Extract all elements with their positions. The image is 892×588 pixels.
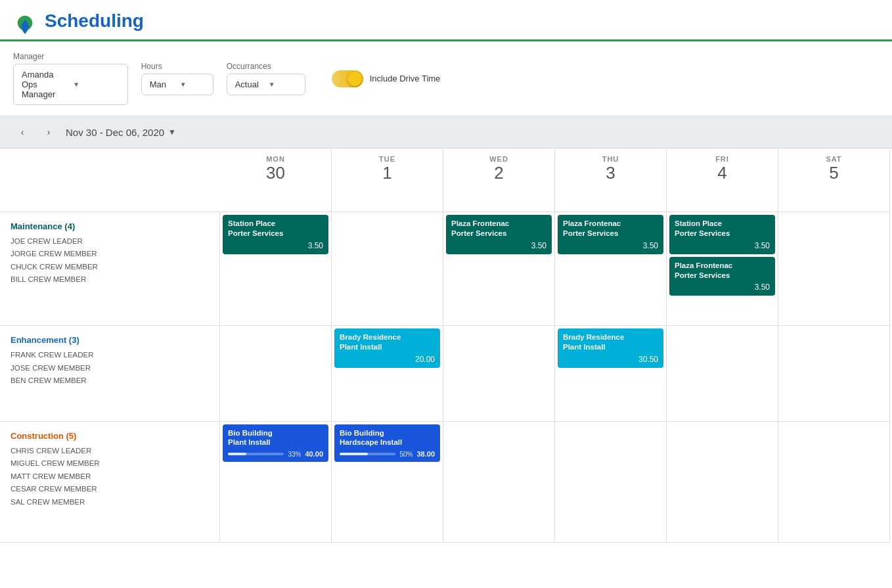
occurrances-value: Actual [235,79,263,89]
header: Scheduling [0,0,892,41]
toggle-knob [347,72,362,86]
date-range-chevron-icon: ▼ [168,127,176,137]
crew-member: JOSE CREW MEMBER [11,362,209,375]
crew-label-maintenance: Maintenance (4)JOE CREW LEADERJORGE CREW… [0,212,220,326]
crew-member: CESAR CREW MEMBER [11,483,209,496]
day-header-wed: WED2 [443,148,555,212]
event-card[interactable]: Bio BuildingHardscape Install 50% 38.00 [334,424,440,463]
crew-member: BILL CREW MEMBER [11,273,209,286]
event-hours: 3.50 [675,241,770,250]
event-title: Bio BuildingHardscape Install [340,428,435,448]
day-cell-construction-0: Bio BuildingPlant Install 33% 40.00 [220,422,332,543]
date-range-text: Nov 30 - Dec 06, 2020 [66,127,164,138]
manager-value: Amanda Ops Manager [22,70,68,99]
dom-label: 1 [332,163,443,183]
crew-type: Maintenance (4) [11,221,209,231]
dow-label: FRI [667,155,778,163]
toolbar: Manager Amanda Ops Manager ▼ Hours Man ▼… [0,41,892,116]
page-title: Scheduling [45,11,144,32]
day-cell-maintenance-3: Plaza FrontenacPorter Services 3.50 [555,212,667,326]
event-hours: 3.50 [563,241,658,250]
prev-arrow[interactable]: ‹ [13,123,32,141]
drive-time-label: Include Drive Time [370,74,441,83]
day-cell-maintenance-1 [332,212,443,326]
dom-label: 2 [443,163,554,183]
progress-bar [340,453,395,455]
crew-member: CHRIS CREW LEADER [11,445,209,458]
event-card[interactable]: Brady ResidencePlant Install 20.00 [334,328,440,368]
event-card[interactable]: Bio BuildingPlant Install 33% 40.00 [223,424,328,463]
crew-member: FRANK CREW LEADER [11,349,209,362]
day-cell-construction-5 [778,422,890,543]
day-header-sat: SAT5 [778,148,890,212]
dom-label: 30 [220,163,331,183]
manager-label: Manager [13,52,128,61]
event-bottom: 50% 38.00 [340,450,435,458]
event-title: Plaza FrontenacPorter Services [563,219,658,238]
day-cell-enhancement-5 [778,326,890,421]
progress-bar [228,453,284,455]
event-title: Bio BuildingPlant Install [228,428,323,448]
progress-fill [228,453,246,455]
day-cell-enhancement-4 [667,326,778,421]
event-pct: 33% [288,451,301,458]
day-cell-maintenance-0: Station PlacePorter Services 3.50 [220,212,332,326]
day-cell-construction-4 [667,422,778,543]
drive-time-toggle[interactable] [332,70,363,87]
dow-label: WED [443,155,554,163]
day-cell-construction-1: Bio BuildingHardscape Install 50% 38.00 [332,422,443,543]
crew-member: CHUCK CREW MEMBER [11,261,209,274]
crew-member: BEN CREW MEMBER [11,374,209,388]
next-arrow[interactable]: › [39,123,58,141]
day-cell-enhancement-2 [443,326,555,421]
progress-fill [340,453,368,455]
dom-label: 4 [667,163,778,183]
day-header-fri: FRI4 [667,148,778,212]
event-card[interactable]: Plaza FrontenacPorter Services 3.50 [446,215,552,254]
dow-label: TUE [332,155,443,163]
hours-select[interactable]: Man ▼ [141,74,213,95]
date-range[interactable]: Nov 30 - Dec 06, 2020 ▼ [66,127,176,138]
event-hours: 20.00 [340,355,435,364]
event-hours: 3.50 [228,241,323,250]
crew-member: JORGE CREW MEMBER [11,248,209,261]
event-card[interactable]: Station PlacePorter Services 3.50 [669,215,775,254]
calendar: MON30TUE1WED2THU3FRI4SAT5Maintenance (4)… [0,148,892,543]
crew-member: JOE CREW LEADER [11,235,209,248]
crew-member: MIGUEL CREW MEMBER [11,457,209,470]
day-header-thu: THU3 [555,148,667,212]
occurrances-label: Occurrances [227,62,305,71]
event-title: Plaza FrontenacPorter Services [451,219,546,238]
event-hours: 3.50 [451,241,546,250]
day-cell-maintenance-5 [778,212,890,326]
event-title: Plaza FrontenacPorter Services [675,261,770,281]
day-header-tue: TUE1 [332,148,443,212]
hours-chevron-icon: ▼ [180,81,205,88]
day-cell-enhancement-3: Brady ResidencePlant Install 30.50 [555,326,667,421]
day-cell-enhancement-1: Brady ResidencePlant Install 20.00 [332,326,443,421]
hours-value: Man [150,79,175,89]
header-spacer [0,148,220,212]
crew-type: Construction (5) [11,431,209,441]
manager-select[interactable]: Amanda Ops Manager ▼ [13,64,128,105]
event-hours: 3.50 [675,283,770,292]
occurrances-select[interactable]: Actual ▼ [227,74,305,95]
event-hours: 40.00 [305,450,323,458]
event-title: Brady ResidencePlant Install [340,332,435,352]
crew-label-enhancement: Enhancement (3)FRANK CREW LEADERJOSE CRE… [0,326,220,421]
day-cell-maintenance-2: Plaza FrontenacPorter Services 3.50 [443,212,555,326]
event-card[interactable]: Station PlacePorter Services 3.50 [223,215,328,254]
day-header-mon: MON30 [220,148,332,212]
app-logo [13,13,37,37]
nav-bar: ‹ › Nov 30 - Dec 06, 2020 ▼ [0,116,892,148]
day-cell-maintenance-4: Station PlacePorter Services 3.50 Plaza … [667,212,778,326]
dow-label: MON [220,155,331,163]
event-title: Brady ResidencePlant Install [563,332,658,352]
hours-label: Hours [141,62,213,71]
event-card[interactable]: Plaza FrontenacPorter Services 3.50 [558,215,663,254]
event-hours: 30.50 [563,355,658,364]
event-card[interactable]: Plaza FrontenacPorter Services 3.50 [669,257,775,296]
event-card[interactable]: Brady ResidencePlant Install 30.50 [558,328,663,368]
day-cell-construction-2 [443,422,555,543]
occurrances-chevron-icon: ▼ [269,81,297,88]
